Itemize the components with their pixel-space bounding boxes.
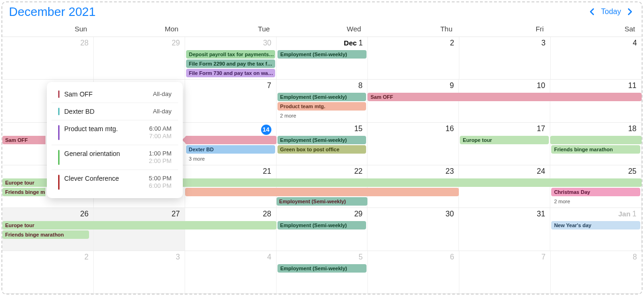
day-cell[interactable]: 8Employment (Semi-weekly)Product team mt… [277, 80, 368, 122]
more-link[interactable]: 2 more [551, 197, 640, 206]
date-number: 3 [176, 253, 180, 261]
date-number: 30 [263, 39, 271, 47]
more-link[interactable]: 3 more [186, 155, 275, 163]
day-popover: Sam OFFAll-dayDexter BDAll-dayProduct te… [47, 82, 183, 198]
date-number: 3 [541, 39, 546, 47]
date-number: 26 [80, 210, 89, 218]
day-cell[interactable]: 29Employment (Semi-weekly) [277, 208, 368, 250]
day-cell[interactable]: 17Europe tour [459, 123, 550, 165]
popover-item[interactable]: Dexter BDAll-day [52, 103, 178, 120]
multiday-event-fragment[interactable]: Europe tour [2, 178, 45, 187]
event[interactable]: Product team mtg. [277, 102, 367, 111]
event[interactable]: Employment (Semi-weekly) [277, 221, 367, 229]
popover-item[interactable]: Product team mtg.6:00 AM7:00 AM [52, 120, 178, 145]
day-cell[interactable]: 31 [459, 208, 550, 250]
multiday-event-fragment[interactable]: Sam OFF [2, 136, 45, 144]
date-number: 14 [261, 125, 271, 135]
date-number: 22 [354, 167, 363, 176]
day-cell[interactable]: 7 [185, 80, 277, 122]
dow-cell: Tue [185, 22, 277, 37]
date-number: 25 [628, 167, 637, 176]
popover-event-title: Product team mtg. [64, 125, 149, 133]
dow-row: SunMonTueWedThuFriSat [2, 22, 642, 37]
date-number: 10 [537, 81, 545, 90]
multiday-event[interactable] [185, 136, 277, 144]
multiday-event[interactable]: Sam OFF [367, 93, 642, 101]
event[interactable]: Christmas Day [551, 188, 640, 196]
event[interactable]: Friends binge marathon [551, 145, 640, 154]
date-number: 11 [628, 81, 637, 90]
date-number: 15 [354, 125, 363, 133]
date-number: 29 [354, 210, 363, 218]
multiday-event[interactable]: Employment (Semi-weekly) [277, 197, 368, 206]
date-number: 24 [537, 167, 545, 176]
day-cell[interactable]: 3 [459, 37, 551, 79]
popover-item[interactable]: General orientation1:00 PM2:00 PM [52, 145, 178, 170]
day-cell[interactable]: 8 [551, 251, 642, 293]
event[interactable]: New Year's day [551, 221, 640, 229]
prev-button[interactable] [587, 7, 597, 17]
today-badge: 14 [261, 125, 271, 135]
day-cell[interactable]: 6 [368, 251, 459, 293]
popover-event-time: 5:00 PM6:00 PM [149, 175, 172, 190]
dow-cell: Sat [550, 22, 642, 37]
day-cell[interactable]: 4 [551, 37, 642, 79]
day-cell[interactable]: 30Deposit payroll tax for payments…File … [185, 37, 277, 79]
date-number: 31 [537, 210, 545, 218]
popover-item[interactable]: Clever Conference5:00 PM6:00 PM [52, 170, 178, 195]
popover-event-title: General orientation [64, 150, 149, 157]
day-cell[interactable]: 28 [2, 37, 94, 79]
date-number: 23 [446, 167, 454, 176]
multiday-event-fragment[interactable]: Friends binge m [2, 188, 45, 196]
multiday-event[interactable] [550, 136, 642, 144]
event[interactable]: Employment (Semi-weekly) [277, 264, 367, 273]
multiday-event[interactable]: Europe tour [2, 221, 277, 229]
color-stripe [58, 175, 60, 190]
popover-event-time: 6:00 AM7:00 AM [149, 125, 172, 140]
day-cell[interactable]: 3 [94, 251, 185, 293]
day-cell[interactable]: 5Employment (Semi-weekly) [277, 251, 368, 293]
date-number: Jan1 [618, 210, 637, 218]
event[interactable]: File Form 2290 and pay the tax f… [186, 59, 275, 68]
dow-cell: Sun [2, 22, 94, 37]
date-number: 18 [628, 125, 637, 133]
event[interactable]: Europe tour [460, 136, 549, 144]
event[interactable]: File Form 730 and pay tax on wa… [186, 69, 275, 77]
today-button[interactable]: Today [601, 7, 621, 16]
date-number: 8 [359, 81, 363, 90]
day-cell[interactable]: 2 [2, 251, 94, 293]
date-number: 7 [267, 81, 271, 90]
week-row: 26272829Employment (Semi-weekly)3031Jan1… [2, 208, 642, 251]
date-number: 8 [633, 253, 637, 261]
day-cell[interactable]: 15Employment (Semi-weekly)Green box to p… [277, 123, 368, 165]
day-cell[interactable]: Jan1New Year's day [550, 208, 642, 250]
next-button[interactable] [625, 7, 635, 17]
day-cell[interactable]: 29 [94, 37, 185, 79]
week-row: 282930Deposit payroll tax for payments…F… [2, 37, 642, 80]
popover-item[interactable]: Sam OFFAll-day [52, 85, 178, 103]
event[interactable]: Employment (Semi-weekly) [277, 93, 367, 101]
day-cell[interactable]: 2 [368, 37, 459, 79]
popover-event-time: All-day [153, 90, 172, 98]
event[interactable]: Deposit payroll tax for payments… [186, 50, 275, 59]
event[interactable]: Dexter BD [186, 145, 275, 154]
day-cell[interactable]: 16 [367, 123, 459, 165]
day-cell[interactable]: Dec1Employment (Semi-weekly) [277, 37, 368, 79]
event[interactable]: Employment (Semi-weekly) [277, 136, 367, 144]
popover-event-time: 1:00 PM2:00 PM [149, 150, 172, 165]
date-number: 7 [541, 253, 546, 261]
event[interactable]: Green box to post office [277, 145, 367, 154]
date-number: 28 [80, 39, 89, 47]
day-cell[interactable]: 7 [459, 251, 551, 293]
more-link[interactable]: 2 more [277, 111, 367, 120]
day-cell[interactable]: 4 [185, 251, 277, 293]
day-cell[interactable]: 30 [367, 208, 459, 250]
color-stripe [58, 150, 60, 165]
calendar-header: December 2021 Today [2, 2, 642, 22]
multiday-event[interactable] [185, 188, 459, 196]
date-number: 16 [446, 125, 454, 133]
date-number: 29 [172, 39, 180, 47]
multiday-event[interactable]: Friends binge marathon [2, 230, 89, 239]
date-number: Dec1 [344, 39, 363, 47]
event[interactable]: Employment (Semi-weekly) [277, 50, 367, 59]
